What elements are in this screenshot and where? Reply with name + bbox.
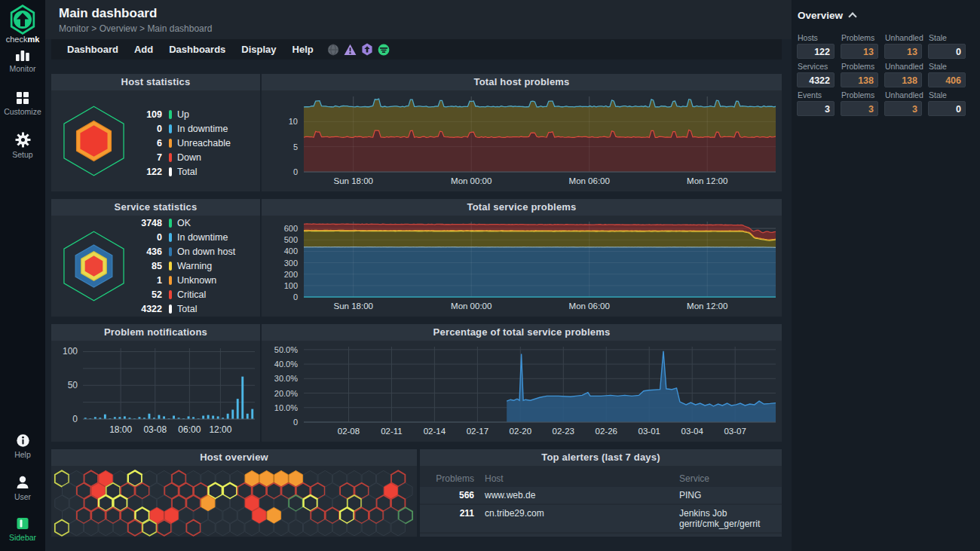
legend-color-pill	[169, 233, 172, 242]
sidebar-item-user[interactable]: User	[0, 475, 45, 501]
host-hexagon[interactable]	[245, 520, 259, 536]
column-header[interactable]: Problems	[426, 473, 474, 484]
table-row[interactable]: 566www.web.dePING	[420, 487, 782, 504]
menu-display[interactable]: Display	[241, 44, 276, 55]
service-link[interactable]: Jenkins Job gerrit/cmk_ger/gerrit	[679, 508, 776, 529]
legend-row[interactable]: 6Unreachable	[129, 136, 250, 151]
legend-color-pill	[169, 276, 172, 285]
host-link[interactable]: cn.tribe29.com	[485, 508, 669, 519]
host-statistics-hexagon[interactable]	[59, 95, 129, 187]
host-overview-hexmap[interactable]	[51, 466, 417, 537]
svg-text:02-26: 02-26	[596, 427, 617, 436]
host-hexagon[interactable]	[348, 520, 361, 536]
host-hexagon[interactable]	[259, 520, 273, 536]
percentage-service-problems-chart[interactable]: 010.0%20.0%30.0%40.0%50.0%02-0802-1102-1…	[262, 341, 782, 442]
column-header[interactable]: Host	[485, 473, 669, 484]
host-hexagon[interactable]	[289, 520, 302, 536]
legend-row[interactable]: 85Warning	[129, 259, 250, 274]
sidebar-item-customize[interactable]: Customize	[0, 90, 45, 116]
host-hexagon[interactable]	[216, 520, 229, 536]
legend-value: 52	[129, 289, 162, 300]
warning-triangle-icon[interactable]	[344, 44, 357, 56]
stat-value-box[interactable]: 138	[841, 72, 878, 87]
checkmk-logo-icon[interactable]	[8, 4, 37, 34]
legend-row[interactable]: 0In downtime	[129, 231, 250, 245]
host-hexagon[interactable]	[172, 520, 185, 536]
problem-notifications-chart[interactable]: 05010018:0003-0806:0012:00	[51, 341, 260, 442]
host-hexagon[interactable]	[274, 520, 288, 536]
stat-value-box[interactable]: 3	[884, 101, 922, 116]
service-statistics-hexagon[interactable]	[59, 220, 129, 312]
sidebar-item-monitor[interactable]: Monitor	[0, 48, 45, 73]
table-row[interactable]: 251CMKTestingOMD prod performance	[420, 534, 782, 537]
column-header[interactable]: Service	[679, 473, 776, 484]
stat-label: Stale	[929, 33, 972, 42]
host-hexagon[interactable]	[186, 520, 200, 536]
host-hexagon[interactable]	[113, 520, 127, 536]
menu-dashboard[interactable]: Dashboard	[67, 44, 118, 55]
stat-value-box[interactable]: 3	[797, 101, 835, 116]
legend-color-pill	[169, 139, 172, 148]
host-overview-panel: Host overview	[51, 449, 417, 537]
stat-label: Hosts	[798, 33, 841, 42]
host-link[interactable]: www.web.de	[485, 490, 669, 500]
host-hexagon[interactable]	[128, 520, 142, 536]
overview-snapin-title[interactable]: Overview	[798, 10, 856, 21]
table-row[interactable]: 211cn.tribe29.comJenkins Job gerrit/cmk_…	[420, 505, 782, 532]
host-hexagon[interactable]	[69, 520, 83, 536]
host-hexagon[interactable]	[377, 520, 390, 536]
legend-color-pill	[169, 305, 172, 314]
sidebar-item-setup[interactable]: Setup	[0, 132, 45, 159]
stat-value-box[interactable]: 138	[884, 72, 922, 87]
checkmk-hexagon-icon[interactable]	[361, 43, 373, 56]
host-hexagon[interactable]	[99, 520, 112, 536]
legend-row[interactable]: 7Down	[129, 151, 250, 165]
filter-icon[interactable]	[378, 44, 390, 56]
stat-value-box[interactable]: 122	[797, 44, 835, 59]
stat-value-box[interactable]: 4322	[797, 72, 835, 87]
stat-value-box[interactable]: 3	[841, 101, 878, 116]
svg-text:18:00: 18:00	[109, 424, 132, 435]
legend-color-pill	[169, 219, 172, 228]
legend-row[interactable]: 3748OK	[129, 216, 250, 231]
stat-value-box[interactable]: 0	[928, 101, 966, 116]
legend-label: Up	[177, 109, 250, 120]
host-hexagon[interactable]	[201, 520, 215, 536]
legend-row[interactable]: 436On down host	[129, 245, 250, 259]
host-hexagon[interactable]	[55, 520, 69, 536]
legend-value: 85	[129, 261, 162, 271]
host-hexagon[interactable]	[231, 520, 244, 536]
host-hexagon[interactable]	[332, 520, 346, 536]
legend-row[interactable]: 122Total	[129, 165, 250, 179]
stat-value-box[interactable]: 13	[884, 44, 922, 59]
host-hexagon[interactable]	[391, 520, 405, 536]
stat-value-box[interactable]: 0	[928, 44, 966, 59]
legend-row[interactable]: 0In downtime	[129, 122, 250, 136]
legend-label: Down	[177, 152, 250, 163]
legend-row[interactable]: 4322Total	[129, 302, 250, 317]
sidebar-item-sidebar-toggle[interactable]: Sidebar	[0, 516, 45, 542]
stat-value-box[interactable]: 406	[928, 72, 966, 87]
sidebar-item-help[interactable]: Help	[0, 433, 45, 459]
host-hexagon[interactable]	[318, 520, 332, 536]
host-hexagon[interactable]	[362, 520, 375, 536]
legend-row[interactable]: 109Up	[129, 108, 250, 122]
menu-dashboards[interactable]: Dashboards	[169, 44, 225, 55]
svg-text:02-14: 02-14	[424, 427, 446, 436]
globe-icon[interactable]	[327, 44, 339, 56]
breadcrumb[interactable]: Monitor > Overview > Main dashboard	[59, 23, 212, 34]
menu-help[interactable]: Help	[292, 44, 314, 55]
stat-label: Unhandled	[885, 62, 928, 71]
menu-add[interactable]: Add	[134, 44, 153, 55]
host-hexagon[interactable]	[142, 520, 156, 536]
stat-value-box[interactable]: 13	[841, 44, 878, 59]
legend-label: On down host	[177, 246, 250, 257]
host-hexagon[interactable]	[304, 520, 317, 536]
legend-row[interactable]: 1Unknown	[129, 274, 250, 288]
host-hexagon[interactable]	[84, 520, 98, 536]
total-host-problems-chart[interactable]: 0510Sun 18:00Mon 00:00Mon 06:00Mon 12:00	[262, 90, 782, 191]
total-service-problems-chart[interactable]: 0100200300400500600Sun 18:00Mon 00:00Mon…	[262, 216, 782, 317]
host-hexagon[interactable]	[158, 520, 171, 536]
service-link[interactable]: PING	[679, 490, 776, 500]
legend-row[interactable]: 52Critical	[129, 288, 250, 302]
